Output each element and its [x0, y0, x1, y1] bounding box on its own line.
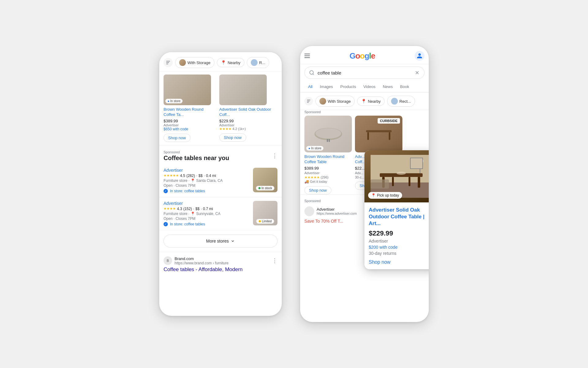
right-card-source-1: Advertiser: [304, 171, 352, 175]
svg-point-3: [310, 71, 313, 74]
google-logo: Google: [313, 51, 412, 61]
popup-price: $229.99: [369, 229, 429, 237]
left-stock-badge-1: In stock: [256, 186, 274, 190]
left-store-meta-1: ★★★★★ 4.5 (282) · $$ · 0.4 mi: [164, 174, 249, 178]
right-chip-with-storage[interactable]: With Storage: [315, 96, 355, 107]
dot-yellow-icon: [259, 220, 261, 222]
left-product-strip: ● In store Brown Wooden Round Coffee Ta.…: [159, 71, 282, 145]
right-header: Google: [300, 46, 429, 64]
left-store-name-2[interactable]: Advertiser: [164, 201, 249, 206]
popup-code: $200 with code: [369, 245, 429, 250]
left-three-dots[interactable]: ⋮: [272, 152, 277, 159]
round-table-illustration: [313, 125, 344, 143]
popup-img: 📍 Pick up today: [364, 150, 429, 202]
close-icon[interactable]: [414, 70, 420, 75]
left-chip-rect[interactable]: R...: [247, 57, 269, 68]
right-search-input[interactable]: [318, 70, 411, 75]
left-organic-three-dots[interactable]: ⋮: [272, 257, 277, 264]
left-shop-now-1[interactable]: Shop now: [164, 134, 190, 142]
left-product-title-1: Brown Wooden Round Coffee Ta...: [164, 107, 216, 117]
left-product-img-1: ● In store: [164, 75, 211, 105]
svg-rect-22: [392, 177, 394, 186]
left-chip-with-storage[interactable]: With Storage: [175, 57, 214, 68]
right-search-bar[interactable]: [304, 67, 424, 79]
right-chip-nearby[interactable]: 📍 Nearby: [357, 97, 385, 106]
left-product-price-2: $229.99: [219, 119, 271, 123]
right-card-delivery-1: 🚚 Get it today: [304, 179, 352, 184]
right-adv-name: Advertiser: [317, 207, 357, 212]
left-more-stores-btn[interactable]: More stores: [164, 235, 277, 247]
left-chip-nearby[interactable]: 📍 Nearby: [217, 58, 244, 67]
svg-rect-23: [409, 177, 410, 186]
right-chip-rect[interactable]: Rect...: [387, 96, 415, 107]
svg-rect-29: [410, 158, 423, 169]
left-store-info-2: Advertiser ★★★★ 4.3 (152) · $$ · 0.7 mi …: [164, 201, 249, 226]
svg-rect-14: [366, 130, 391, 132]
left-product-card-2: Advertiser Solid Oak Outdoor Coff... $22…: [219, 75, 271, 142]
svg-point-25: [397, 172, 406, 175]
left-source-name: Brand.com: [175, 256, 228, 261]
right-card-1: ● In store Brown Wooden Round Coffee Tab…: [304, 116, 352, 194]
right-filter-bar: With Storage 📍 Nearby Rect...: [300, 93, 429, 110]
left-organic-result: B Brand.com https://www.brand.com › furn…: [159, 252, 282, 277]
user-avatar[interactable]: [415, 51, 424, 61]
left-product-price-1: $389.99: [164, 119, 216, 123]
left-stock-badge-2: Limited: [256, 219, 274, 224]
left-product-title-2: Advertiser Solid Oak Outdoor Coff...: [219, 107, 271, 117]
left-store-name-1[interactable]: Advertiser: [164, 168, 249, 173]
left-source-icon: B: [164, 256, 172, 265]
left-store-meta-2: ★★★★ 4.3 (152) · $$ · 0.7 mi: [164, 207, 249, 211]
left-organic-title[interactable]: Coffee tables - Affordable, Modern: [164, 266, 277, 273]
popup-returns: 30-day returns: [369, 251, 429, 256]
svg-line-4: [313, 74, 314, 75]
left-product-source-1: Advertiser: [164, 123, 216, 127]
right-phone: Google All Images Products Video: [300, 46, 429, 322]
pick-up-tag: 📍 Pick up today: [368, 192, 402, 199]
popup-content: Advertiser Solid Oak Outdoor Coffee Tabl…: [364, 202, 429, 269]
left-section-info: Sponsored Coffee tables near you: [164, 150, 229, 162]
left-store-stock-1: ✓ In store: coffee tables: [164, 189, 249, 193]
popup-shop-btn[interactable]: Shop now: [369, 259, 429, 265]
location-pin-icon: 📍: [371, 193, 376, 197]
left-section-title: Coffee tables near you: [164, 155, 229, 162]
left-product-source-2: Advertiser: [219, 123, 271, 127]
left-section-header: Sponsored Coffee tables near you ⋮: [159, 145, 282, 164]
popup-title: Advertiser Solid Oak Outdoor Coffee Tabl…: [369, 207, 429, 227]
tab-all[interactable]: All: [304, 81, 316, 93]
tab-videos[interactable]: Videos: [360, 81, 379, 92]
tab-images[interactable]: Images: [316, 81, 337, 92]
left-filter-bar: With Storage 📍 Nearby R...: [159, 52, 282, 71]
right-card-img-1: ● In store: [304, 116, 352, 152]
left-store-img-2: Limited: [253, 201, 277, 225]
right-filter-icon[interactable]: [304, 97, 313, 105]
right-card-meta-1: ★★★★★ (296): [304, 175, 352, 179]
left-product-rating-2: ★★★★ 4.2 (1k+): [219, 127, 271, 131]
right-card-price-1: $389.99: [304, 166, 352, 171]
filter-icon-btn[interactable]: [164, 58, 173, 67]
right-tabs-row: All Images Products Videos News Book: [300, 81, 429, 93]
left-source-url: https://www.brand.com › furniture: [175, 261, 228, 265]
left-store-stock-2: ✓ In store: coffee tables: [164, 222, 249, 226]
left-sponsored-label: Sponsored: [164, 150, 229, 154]
left-product-card-1: ● In store Brown Wooden Round Coffee Ta.…: [164, 75, 216, 142]
right-adv-url: https://www.advertiser.com: [317, 212, 357, 215]
tab-books[interactable]: Book: [396, 81, 413, 92]
left-store-hours-1: Open · Closes 7PM: [164, 183, 249, 188]
dot-green-icon: [258, 187, 261, 189]
hamburger-menu[interactable]: [304, 54, 310, 58]
left-shop-now-2[interactable]: Shop now: [219, 133, 246, 142]
right-adv-icon: [304, 206, 314, 216]
left-product-img-2: [219, 75, 267, 105]
right-card-badge-1: ● In store: [306, 146, 323, 151]
left-store-location-2: Furniture store · 📍 Sunnyvale, CA: [164, 212, 249, 216]
left-store-img-1: In stock: [253, 168, 277, 192]
popup-table-illustration: [371, 155, 429, 198]
curbside-badge: CURBSIDE: [378, 118, 400, 124]
svg-rect-16: [389, 132, 390, 140]
svg-point-11: [315, 128, 341, 139]
svg-rect-28: [371, 179, 389, 189]
tab-news[interactable]: News: [379, 81, 397, 92]
right-shop-btn-1[interactable]: Shop now: [304, 186, 331, 194]
right-sponsored-label: Sponsored: [300, 110, 429, 116]
tab-products[interactable]: Products: [337, 81, 360, 92]
